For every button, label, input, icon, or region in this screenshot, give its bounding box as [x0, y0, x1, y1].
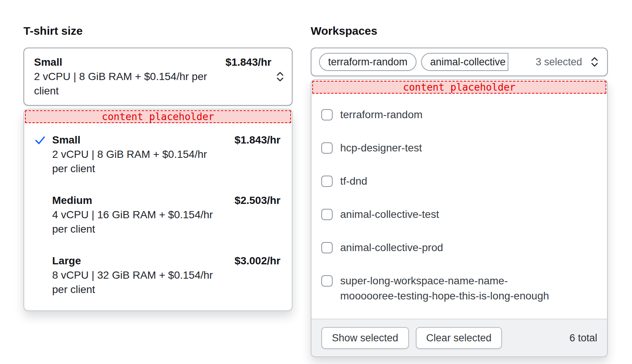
content-placeholder-banner: content placeholder: [25, 110, 291, 123]
option-title: Medium: [52, 193, 92, 208]
workspace-option-label: hcp-designer-test: [340, 140, 422, 156]
workspaces-field: Workspaces terraform-random animal-colle…: [311, 24, 608, 357]
workspaces-dropdown-footer: Show selected Clear selected 6 total: [311, 319, 607, 356]
option-medium[interactable]: Medium $2.503/hr 4 vCPU | 16 GiB RAM + $…: [34, 193, 280, 236]
content-placeholder-banner: content placeholder: [312, 81, 606, 94]
workspace-option-label: animal-collective-test: [340, 207, 439, 222]
workspaces-label: Workspaces: [311, 24, 608, 38]
option-title: Small: [52, 133, 81, 147]
workspace-option-animal-collective-prod[interactable]: animal-collective-prod: [321, 231, 597, 264]
workspaces-dropdown: content placeholder terraform-random hcp…: [311, 79, 608, 357]
option-description: 4 vCPU | 16 GiB RAM + $0.154/hr per clie…: [52, 208, 215, 236]
check-icon: [34, 141, 46, 147]
workspaces-listbox: terraform-random hcp-designer-test tf-dn…: [311, 94, 607, 319]
workspace-option-super-long-name[interactable]: super-long-workspace-name-name- mooooore…: [321, 264, 597, 313]
workspace-option-tf-dnd[interactable]: tf-dnd: [321, 165, 597, 198]
option-price: $2.503/hr: [235, 193, 280, 208]
option-price: $1.843/hr: [235, 133, 280, 147]
option-price: $3.002/hr: [235, 254, 280, 268]
checkbox-unchecked[interactable]: [321, 142, 333, 154]
page: T-shirt size Small $1.843/hr 2 vCPU | 8 …: [0, 0, 632, 357]
workspace-option-label: animal-collective-prod: [340, 240, 443, 255]
tshirt-size-trigger[interactable]: Small $1.843/hr 2 vCPU | 8 GiB RAM + $0.…: [23, 48, 293, 106]
checkbox-unchecked[interactable]: [321, 275, 333, 287]
workspace-option-label: terraform-random: [340, 107, 423, 122]
checkbox-unchecked[interactable]: [321, 109, 333, 120]
checkbox-unchecked[interactable]: [321, 176, 333, 187]
total-count-label: 6 total: [569, 332, 597, 344]
tshirt-size-label: T-shirt size: [23, 24, 293, 38]
tshirt-size-field: T-shirt size Small $1.843/hr 2 vCPU | 8 …: [23, 24, 293, 311]
checkbox-unchecked[interactable]: [321, 209, 333, 220]
tshirt-trigger-content: Small $1.843/hr 2 vCPU | 8 GiB RAM + $0.…: [34, 55, 271, 98]
workspaces-trigger[interactable]: terraform-random animal-collective 3 sel…: [311, 48, 608, 76]
tag-terraform-random: terraform-random: [319, 53, 417, 71]
workspace-option-label: tf-dnd: [340, 174, 367, 189]
option-title: Large: [52, 254, 81, 268]
selected-tags: terraform-random animal-collective: [319, 53, 530, 71]
option-description: 8 vCPU | 32 GiB RAM + $0.154/hr per clie…: [52, 268, 215, 297]
selected-size-description: 2 vCPU | 8 GiB RAM + $0.154/hr per clien…: [34, 69, 217, 98]
workspace-option-label: super-long-workspace-name-name- mooooore…: [340, 273, 549, 304]
option-large[interactable]: Large $3.002/hr 8 vCPU | 32 GiB RAM + $0…: [34, 254, 280, 297]
tag-animal-collective-clipped: animal-collective: [421, 53, 508, 71]
workspace-option-terraform-random[interactable]: terraform-random: [321, 98, 597, 131]
selected-check-column: [34, 193, 52, 236]
selected-check-column: [34, 254, 52, 297]
caret-up-down-icon: [589, 55, 600, 69]
selected-size-title: Small: [34, 55, 62, 69]
option-body: Small $1.843/hr 2 vCPU | 8 GiB RAM + $0.…: [52, 133, 280, 176]
workspace-option-animal-collective-test[interactable]: animal-collective-test: [321, 198, 597, 231]
option-body: Medium $2.503/hr 4 vCPU | 16 GiB RAM + $…: [52, 193, 280, 236]
selected-count-label: 3 selected: [536, 56, 582, 68]
selected-size-price: $1.843/hr: [226, 55, 271, 69]
clear-selected-button[interactable]: Clear selected: [416, 327, 502, 349]
tshirt-size-listbox: Small $1.843/hr 2 vCPU | 8 GiB RAM + $0.…: [24, 124, 292, 310]
show-selected-button[interactable]: Show selected: [321, 327, 409, 349]
checkbox-unchecked[interactable]: [321, 242, 333, 253]
option-small[interactable]: Small $1.843/hr 2 vCPU | 8 GiB RAM + $0.…: [34, 133, 280, 176]
workspace-option-hcp-designer-test[interactable]: hcp-designer-test: [321, 131, 597, 165]
option-body: Large $3.002/hr 8 vCPU | 32 GiB RAM + $0…: [52, 254, 280, 297]
caret-up-down-icon: [274, 70, 286, 83]
tshirt-size-dropdown: content placeholder Small $1.843/hr: [23, 109, 293, 311]
option-description: 2 vCPU | 8 GiB RAM + $0.154/hr per clien…: [52, 147, 215, 176]
selected-check-column: [34, 133, 52, 176]
